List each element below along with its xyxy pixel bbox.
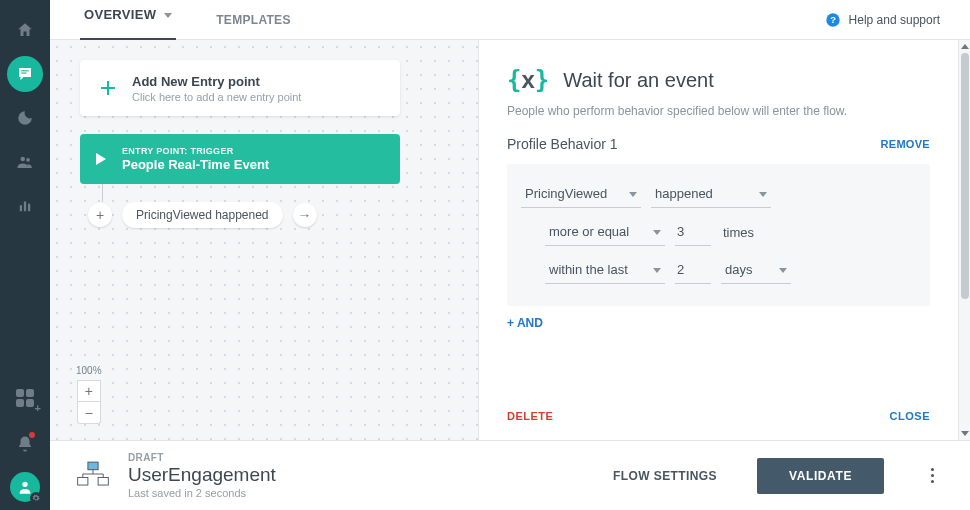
svg-rect-14	[98, 477, 108, 485]
add-entry-subtitle: Click here to add a new entry point	[132, 91, 301, 103]
window-select[interactable]: within the last	[545, 256, 665, 284]
svg-point-3	[26, 158, 30, 162]
svg-rect-13	[78, 477, 88, 485]
nav-apps[interactable]: +	[7, 380, 43, 416]
left-nav: +	[0, 0, 50, 510]
last-saved: Last saved in 2 seconds	[128, 487, 595, 499]
add-step-button[interactable]: +	[88, 203, 112, 227]
behavior-rule-box: PricingViewed happened more or equal tim…	[507, 164, 930, 306]
svg-rect-5	[24, 202, 26, 212]
scroll-down-icon[interactable]	[961, 431, 969, 436]
nav-notifications[interactable]	[7, 426, 43, 462]
nav-flows[interactable]	[7, 56, 43, 92]
footer-bar: DRAFT UserEngagement Last saved in 2 sec…	[50, 440, 970, 510]
condition-chip[interactable]: PricingViewed happened	[122, 202, 283, 228]
connector-line	[102, 184, 103, 202]
top-nav: OVERVIEW TEMPLATES ? Help and support	[50, 0, 970, 40]
verb-select[interactable]: happened	[651, 180, 771, 208]
tab-overview[interactable]: OVERVIEW	[80, 1, 176, 40]
panel-description: People who perform behavior specified be…	[507, 104, 930, 118]
flow-status: DRAFT	[128, 452, 595, 463]
play-icon	[96, 153, 106, 165]
zoom-control: 100% + −	[76, 365, 102, 424]
add-entry-point-card[interactable]: Add New Entry point Click here to add a …	[80, 60, 400, 116]
trigger-title: People Real-Time Event	[122, 157, 269, 172]
trigger-node[interactable]: ENTRY POINT: TRIGGER People Real-Time Ev…	[80, 134, 400, 184]
delete-button[interactable]: DELETE	[507, 410, 553, 422]
flow-settings-button[interactable]: FLOW SETTINGS	[613, 469, 717, 483]
window-count-input[interactable]	[675, 256, 711, 284]
side-panel: {x} Wait for an event People who perform…	[478, 40, 958, 440]
help-icon: ?	[825, 12, 841, 28]
count-input[interactable]	[675, 218, 711, 246]
svg-rect-0	[21, 70, 29, 71]
remove-button[interactable]: REMOVE	[881, 138, 930, 150]
event-select[interactable]: PricingViewed	[521, 180, 641, 208]
svg-point-7	[22, 482, 27, 487]
zoom-out-button[interactable]: −	[77, 402, 101, 424]
panel-title: Wait for an event	[563, 69, 713, 92]
nav-profile[interactable]	[10, 472, 40, 502]
svg-rect-12	[88, 462, 98, 470]
event-icon: {x}	[507, 66, 549, 94]
help-link[interactable]: ? Help and support	[825, 12, 940, 28]
behavior-title: Profile Behavior 1	[507, 136, 618, 152]
plus-icon: +	[35, 402, 41, 414]
zoom-level: 100%	[76, 365, 102, 376]
zoom-in-button[interactable]: +	[77, 380, 101, 402]
window-unit-select[interactable]: days	[721, 256, 791, 284]
flow-canvas[interactable]: Add New Entry point Click here to add a …	[50, 40, 478, 440]
next-step-button[interactable]: →	[293, 203, 317, 227]
nav-moon[interactable]	[7, 100, 43, 136]
scroll-up-icon[interactable]	[961, 44, 969, 49]
svg-rect-6	[28, 204, 30, 212]
scroll-thumb[interactable]	[961, 53, 969, 299]
add-entry-title: Add New Entry point	[132, 74, 301, 89]
count-unit-label: times	[721, 219, 756, 246]
svg-rect-4	[20, 205, 22, 211]
svg-text:?: ?	[830, 15, 836, 25]
close-button[interactable]: CLOSE	[890, 410, 930, 422]
tab-templates[interactable]: TEMPLATES	[216, 1, 290, 39]
trigger-label: ENTRY POINT: TRIGGER	[122, 146, 269, 156]
notification-dot	[29, 432, 35, 438]
svg-rect-1	[21, 73, 26, 74]
scrollbar[interactable]	[958, 40, 970, 440]
help-label: Help and support	[849, 13, 940, 27]
svg-point-2	[21, 157, 26, 162]
nav-analytics[interactable]	[7, 188, 43, 224]
add-and-button[interactable]: + AND	[507, 316, 930, 330]
flow-name[interactable]: UserEngagement	[128, 464, 595, 486]
nav-home[interactable]	[7, 12, 43, 48]
gear-icon	[30, 492, 42, 504]
validate-button[interactable]: VALIDATE	[757, 458, 884, 494]
flow-icon	[76, 460, 110, 492]
comparator-select[interactable]: more or equal	[545, 218, 665, 246]
more-menu-button[interactable]	[920, 468, 944, 483]
plus-icon	[94, 76, 122, 100]
nav-people[interactable]	[7, 144, 43, 180]
